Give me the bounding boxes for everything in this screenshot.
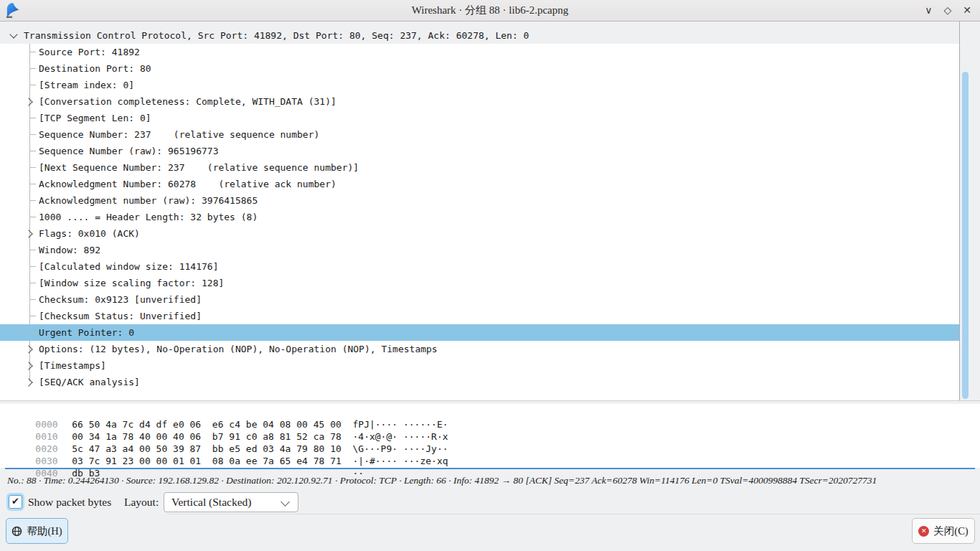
hex-bytes[interactable]: 5c 47 a3 a4 00 50 39 87 bb e5 ed 03 4a 7… (72, 443, 341, 455)
tree-row-label: 1000 .... = Header Length: 32 bytes (8) (39, 212, 258, 222)
hex-ascii[interactable]: \G···P9· ····Jy·· (352, 443, 448, 454)
hex-row[interactable]: 000066 50 4a 7c d4 df e0 06 e6 c4 be 04 … (0, 406, 980, 418)
minimize-button[interactable]: ∨ (925, 0, 932, 21)
tree-row[interactable]: [Timestamps] (0, 357, 960, 374)
tree-row[interactable]: Source Port: 41892 (0, 44, 960, 60)
show-packet-bytes-label: Show packet bytes (28, 496, 111, 509)
tree-root-row[interactable]: Transmission Control Protocol, Src Port:… (0, 22, 960, 44)
tree-row[interactable]: Sequence Number: 237 (relative sequence … (0, 126, 960, 143)
scrollbar-thumb[interactable] (962, 72, 969, 399)
globe-help-icon (11, 526, 22, 537)
tree-row[interactable]: Checksum: 0x9123 [unverified] (0, 291, 960, 308)
show-packet-bytes-checkbox[interactable]: ✔ (9, 495, 22, 509)
tree-row-label: [Timestamps] (39, 360, 106, 371)
tree-row-label: [Calculated window size: 114176] (39, 261, 218, 272)
buttonbox-divider (167, 514, 980, 514)
chevron-down-icon[interactable] (9, 30, 17, 38)
close-dialog-button[interactable]: ✕ 关闭(C) (912, 518, 975, 544)
hex-offset: 0020 (35, 443, 57, 455)
tree-row-label: Acknowledgment Number: 60278 (relative a… (39, 179, 336, 189)
titlebar: Wireshark · 分组 88 · lib6-2.pcapng ∨ ◇ ✕ (0, 0, 980, 22)
tree-row[interactable]: Destination Port: 80 (0, 60, 960, 77)
hex-ascii[interactable]: ·4·x@·@· ·····R·x (352, 431, 448, 442)
tree-row[interactable]: [Window size scaling factor: 128] (0, 275, 960, 291)
tree-row[interactable]: [Calculated window size: 114176] (0, 258, 960, 275)
tree-row-label: [Stream index: 0] (39, 80, 134, 90)
tree-row[interactable]: Acknowledgment number (raw): 3976415865 (0, 192, 960, 209)
chevron-right-icon[interactable] (24, 362, 32, 369)
chevron-right-icon[interactable] (24, 345, 32, 353)
tree-row-label: [Next Sequence Number: 237 (relative seq… (39, 162, 359, 173)
hex-offset: 0030 (35, 455, 57, 467)
hex-bytes[interactable]: 00 34 1a 78 40 00 40 06 b7 91 c0 a8 81 5… (72, 430, 341, 443)
help-button[interactable]: 帮助(H) (6, 518, 68, 544)
close-red-circle-icon: ✕ (918, 526, 929, 537)
tree-row[interactable]: Acknowledgment Number: 60278 (relative a… (0, 176, 960, 192)
layout-select[interactable]: Vertical (Stacked) (164, 492, 298, 512)
tree-row-label: Options: (12 bytes), No-Operation (NOP),… (39, 344, 438, 354)
chevron-right-icon[interactable] (24, 378, 32, 386)
checkmark-icon: ✔ (11, 496, 19, 507)
tree-row-label: [Window size scaling factor: 128] (39, 278, 224, 288)
window-title: Wireshark · 分组 88 · lib6-2.pcapng (0, 0, 980, 21)
scrollbar-track[interactable] (959, 22, 980, 400)
tree-row-label: [TCP Segment Len: 0] (39, 113, 151, 123)
tree-row[interactable]: [Checksum Status: Unverified] (0, 308, 960, 324)
tree-row-label: Transmission Control Protocol, Src Port:… (24, 30, 529, 41)
tree-row[interactable]: Sequence Number (raw): 965196773 (0, 143, 960, 159)
chevron-right-icon[interactable] (24, 230, 32, 237)
close-button-label: 关闭(C) (933, 524, 968, 538)
hex-pane-separator (5, 468, 975, 469)
tree-row[interactable]: Options: (12 bytes), No-Operation (NOP),… (0, 341, 960, 357)
tree-row-label: Acknowledgment number (raw): 3976415865 (39, 195, 258, 206)
tree-row-label: Source Port: 41892 (39, 47, 140, 57)
tree-row-label: Sequence Number: 237 (relative sequence … (39, 129, 319, 140)
chevron-down-icon (281, 497, 290, 507)
layout-select-value: Vertical (Stacked) (171, 493, 251, 512)
hex-offset: 0000 (35, 418, 57, 430)
tree-row-selected[interactable]: Urgent Pointer: 0 (0, 324, 960, 341)
tree-row-label: Flags: 0x010 (ACK) (39, 228, 140, 239)
hex-bytes[interactable]: 03 7c 91 23 00 00 01 01 08 0a ee 7a 65 e… (72, 455, 341, 467)
tree-row-label: [Checksum Status: Unverified] (39, 311, 202, 321)
tree-row-label: Sequence Number (raw): 965196773 (39, 146, 218, 156)
hex-offset: 0010 (35, 430, 57, 443)
tree-row[interactable]: 1000 .... = Header Length: 32 bytes (8) (0, 209, 960, 225)
packet-summary: No.: 88 · Time: 0.244264130 · Source: 19… (7, 475, 877, 486)
tree-row[interactable]: [SEQ/ACK analysis] (0, 374, 960, 390)
tree-row-label: Checksum: 0x9123 [unverified] (39, 294, 202, 305)
tree-row-label: [Conversation completeness: Complete, WI… (39, 96, 336, 107)
hex-ascii[interactable]: ·|·#···· ···ze·xq (352, 456, 448, 466)
tree-row[interactable]: [TCP Segment Len: 0] (0, 110, 960, 126)
tree-row[interactable]: Window: 892 (0, 242, 960, 258)
window-close-button[interactable]: ✕ (963, 0, 971, 21)
tree-row-label: Destination Port: 80 (39, 63, 151, 74)
layout-label: Layout: (124, 496, 159, 509)
hex-ascii[interactable]: fPJ|···· ······E· (352, 419, 448, 430)
packet-bytes-pane: 000066 50 4a 7c d4 df e0 06 e6 c4 be 04 … (0, 404, 980, 468)
packet-detail-tree: Transmission Control Protocol, Src Port:… (0, 22, 980, 401)
tree-row[interactable]: [Next Sequence Number: 237 (relative seq… (0, 159, 960, 176)
tree-row[interactable]: Flags: 0x010 (ACK) (0, 225, 960, 242)
tree-row-label: Urgent Pointer: 0 (39, 327, 134, 338)
hex-bytes[interactable]: 66 50 4a 7c d4 df e0 06 e6 c4 be 04 08 0… (72, 418, 341, 430)
chevron-right-icon[interactable] (24, 98, 32, 105)
maximize-button[interactable]: ◇ (943, 0, 951, 21)
tree-row[interactable]: [Stream index: 0] (0, 77, 960, 93)
tree-row-label: [SEQ/ACK analysis] (39, 377, 140, 387)
tree-row[interactable]: [Conversation completeness: Complete, WI… (0, 93, 960, 110)
tree-row-label: Window: 892 (39, 245, 100, 255)
help-button-label: 帮助(H) (27, 524, 62, 538)
